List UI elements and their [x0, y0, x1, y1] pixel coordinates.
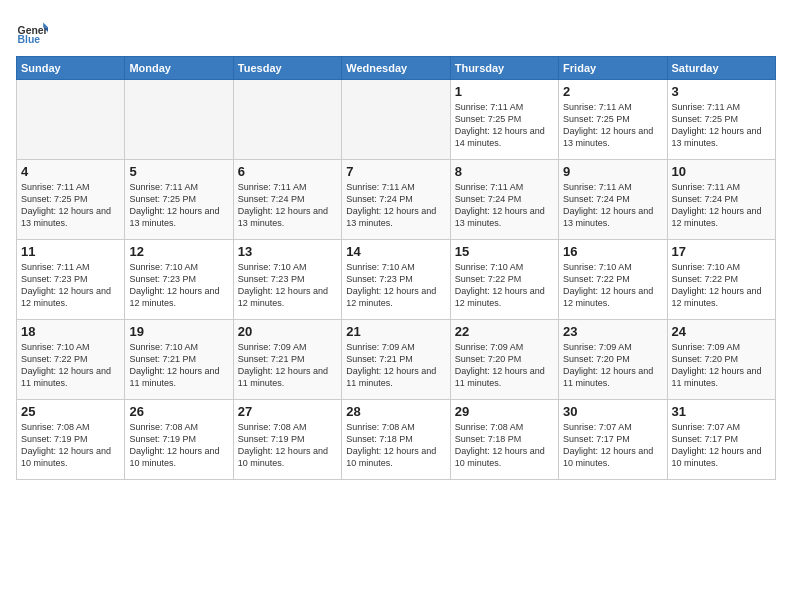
day-cell: 2Sunrise: 7:11 AMSunset: 7:25 PMDaylight… [559, 80, 667, 160]
day-number: 16 [563, 244, 662, 259]
day-cell: 21Sunrise: 7:09 AMSunset: 7:21 PMDayligh… [342, 320, 450, 400]
day-cell: 4Sunrise: 7:11 AMSunset: 7:25 PMDaylight… [17, 160, 125, 240]
day-info: Sunrise: 7:11 AMSunset: 7:24 PMDaylight:… [563, 181, 662, 230]
day-info: Sunrise: 7:10 AMSunset: 7:23 PMDaylight:… [346, 261, 445, 310]
day-cell: 28Sunrise: 7:08 AMSunset: 7:18 PMDayligh… [342, 400, 450, 480]
day-cell: 23Sunrise: 7:09 AMSunset: 7:20 PMDayligh… [559, 320, 667, 400]
week-row-4: 18Sunrise: 7:10 AMSunset: 7:22 PMDayligh… [17, 320, 776, 400]
day-info: Sunrise: 7:08 AMSunset: 7:19 PMDaylight:… [21, 421, 120, 470]
day-number: 14 [346, 244, 445, 259]
header-thursday: Thursday [450, 57, 558, 80]
header-saturday: Saturday [667, 57, 775, 80]
day-info: Sunrise: 7:11 AMSunset: 7:25 PMDaylight:… [563, 101, 662, 150]
day-cell: 18Sunrise: 7:10 AMSunset: 7:22 PMDayligh… [17, 320, 125, 400]
day-info: Sunrise: 7:10 AMSunset: 7:21 PMDaylight:… [129, 341, 228, 390]
day-cell: 9Sunrise: 7:11 AMSunset: 7:24 PMDaylight… [559, 160, 667, 240]
day-number: 4 [21, 164, 120, 179]
day-info: Sunrise: 7:11 AMSunset: 7:24 PMDaylight:… [238, 181, 337, 230]
day-cell: 14Sunrise: 7:10 AMSunset: 7:23 PMDayligh… [342, 240, 450, 320]
day-info: Sunrise: 7:11 AMSunset: 7:25 PMDaylight:… [455, 101, 554, 150]
day-info: Sunrise: 7:08 AMSunset: 7:19 PMDaylight:… [129, 421, 228, 470]
day-cell [342, 80, 450, 160]
day-cell: 27Sunrise: 7:08 AMSunset: 7:19 PMDayligh… [233, 400, 341, 480]
day-info: Sunrise: 7:08 AMSunset: 7:18 PMDaylight:… [455, 421, 554, 470]
day-number: 1 [455, 84, 554, 99]
week-row-3: 11Sunrise: 7:11 AMSunset: 7:23 PMDayligh… [17, 240, 776, 320]
day-number: 9 [563, 164, 662, 179]
day-cell: 30Sunrise: 7:07 AMSunset: 7:17 PMDayligh… [559, 400, 667, 480]
day-number: 22 [455, 324, 554, 339]
day-info: Sunrise: 7:11 AMSunset: 7:24 PMDaylight:… [455, 181, 554, 230]
day-cell: 13Sunrise: 7:10 AMSunset: 7:23 PMDayligh… [233, 240, 341, 320]
day-number: 27 [238, 404, 337, 419]
day-info: Sunrise: 7:08 AMSunset: 7:18 PMDaylight:… [346, 421, 445, 470]
day-number: 12 [129, 244, 228, 259]
day-cell: 25Sunrise: 7:08 AMSunset: 7:19 PMDayligh… [17, 400, 125, 480]
day-cell: 19Sunrise: 7:10 AMSunset: 7:21 PMDayligh… [125, 320, 233, 400]
header: General Blue [16, 16, 776, 48]
calendar-table: SundayMondayTuesdayWednesdayThursdayFrid… [16, 56, 776, 480]
day-info: Sunrise: 7:09 AMSunset: 7:20 PMDaylight:… [672, 341, 771, 390]
day-number: 3 [672, 84, 771, 99]
day-cell: 16Sunrise: 7:10 AMSunset: 7:22 PMDayligh… [559, 240, 667, 320]
day-number: 2 [563, 84, 662, 99]
day-info: Sunrise: 7:08 AMSunset: 7:19 PMDaylight:… [238, 421, 337, 470]
header-tuesday: Tuesday [233, 57, 341, 80]
day-cell: 3Sunrise: 7:11 AMSunset: 7:25 PMDaylight… [667, 80, 775, 160]
day-number: 28 [346, 404, 445, 419]
day-info: Sunrise: 7:11 AMSunset: 7:23 PMDaylight:… [21, 261, 120, 310]
week-row-2: 4Sunrise: 7:11 AMSunset: 7:25 PMDaylight… [17, 160, 776, 240]
day-info: Sunrise: 7:10 AMSunset: 7:22 PMDaylight:… [672, 261, 771, 310]
day-info: Sunrise: 7:10 AMSunset: 7:22 PMDaylight:… [455, 261, 554, 310]
day-number: 30 [563, 404, 662, 419]
day-info: Sunrise: 7:10 AMSunset: 7:22 PMDaylight:… [21, 341, 120, 390]
day-cell: 20Sunrise: 7:09 AMSunset: 7:21 PMDayligh… [233, 320, 341, 400]
day-cell: 8Sunrise: 7:11 AMSunset: 7:24 PMDaylight… [450, 160, 558, 240]
day-number: 20 [238, 324, 337, 339]
day-number: 6 [238, 164, 337, 179]
day-cell: 11Sunrise: 7:11 AMSunset: 7:23 PMDayligh… [17, 240, 125, 320]
header-wednesday: Wednesday [342, 57, 450, 80]
day-number: 19 [129, 324, 228, 339]
day-number: 15 [455, 244, 554, 259]
day-cell: 5Sunrise: 7:11 AMSunset: 7:25 PMDaylight… [125, 160, 233, 240]
header-sunday: Sunday [17, 57, 125, 80]
day-number: 26 [129, 404, 228, 419]
day-info: Sunrise: 7:11 AMSunset: 7:25 PMDaylight:… [672, 101, 771, 150]
day-info: Sunrise: 7:09 AMSunset: 7:21 PMDaylight:… [346, 341, 445, 390]
logo: General Blue [16, 16, 48, 48]
day-cell: 17Sunrise: 7:10 AMSunset: 7:22 PMDayligh… [667, 240, 775, 320]
day-cell: 31Sunrise: 7:07 AMSunset: 7:17 PMDayligh… [667, 400, 775, 480]
day-number: 5 [129, 164, 228, 179]
day-number: 18 [21, 324, 120, 339]
day-cell: 24Sunrise: 7:09 AMSunset: 7:20 PMDayligh… [667, 320, 775, 400]
calendar-header-row: SundayMondayTuesdayWednesdayThursdayFrid… [17, 57, 776, 80]
day-info: Sunrise: 7:09 AMSunset: 7:20 PMDaylight:… [455, 341, 554, 390]
svg-text:Blue: Blue [18, 34, 41, 45]
day-info: Sunrise: 7:11 AMSunset: 7:25 PMDaylight:… [21, 181, 120, 230]
logo-icon: General Blue [16, 16, 48, 48]
day-info: Sunrise: 7:07 AMSunset: 7:17 PMDaylight:… [672, 421, 771, 470]
day-cell: 22Sunrise: 7:09 AMSunset: 7:20 PMDayligh… [450, 320, 558, 400]
day-number: 24 [672, 324, 771, 339]
day-number: 21 [346, 324, 445, 339]
header-friday: Friday [559, 57, 667, 80]
day-cell: 6Sunrise: 7:11 AMSunset: 7:24 PMDaylight… [233, 160, 341, 240]
day-number: 29 [455, 404, 554, 419]
day-cell [17, 80, 125, 160]
day-cell [125, 80, 233, 160]
day-number: 7 [346, 164, 445, 179]
day-cell: 7Sunrise: 7:11 AMSunset: 7:24 PMDaylight… [342, 160, 450, 240]
day-number: 25 [21, 404, 120, 419]
day-number: 10 [672, 164, 771, 179]
day-info: Sunrise: 7:10 AMSunset: 7:23 PMDaylight:… [129, 261, 228, 310]
day-info: Sunrise: 7:11 AMSunset: 7:25 PMDaylight:… [129, 181, 228, 230]
day-number: 23 [563, 324, 662, 339]
day-cell: 29Sunrise: 7:08 AMSunset: 7:18 PMDayligh… [450, 400, 558, 480]
day-number: 11 [21, 244, 120, 259]
day-info: Sunrise: 7:11 AMSunset: 7:24 PMDaylight:… [672, 181, 771, 230]
header-monday: Monday [125, 57, 233, 80]
day-info: Sunrise: 7:11 AMSunset: 7:24 PMDaylight:… [346, 181, 445, 230]
day-info: Sunrise: 7:10 AMSunset: 7:22 PMDaylight:… [563, 261, 662, 310]
day-number: 8 [455, 164, 554, 179]
